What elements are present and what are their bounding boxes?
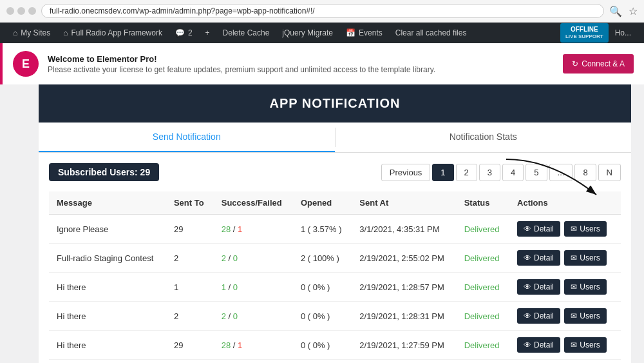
- browser-nav-icons: [6, 7, 36, 15]
- detail-button[interactable]: 👁 Detail: [517, 250, 560, 266]
- cell-actions: 👁 Detail ✉ Users: [509, 331, 621, 360]
- cell-success-failed: 2 / 0: [214, 302, 293, 331]
- cell-message: Test message: [49, 360, 166, 364]
- eye-icon: 👁: [524, 253, 531, 262]
- table-row: Ignore Please 29 28 / 1 1 ( 3.57% ) 3/1/…: [49, 215, 621, 244]
- cell-message: Full-radio Staging Contest: [49, 244, 166, 273]
- cell-opened: 0 ( 0% ): [293, 273, 352, 302]
- cell-message: Hi there: [49, 331, 166, 360]
- tab-send-notification[interactable]: Send Notification: [39, 123, 335, 152]
- cell-sent-at: 2/19/2021, 2:55:02 PM: [352, 244, 456, 273]
- col-status: Status: [457, 191, 509, 215]
- cell-success-failed: 1 / 0: [214, 273, 293, 302]
- pagination-page-4[interactable]: 4: [502, 164, 524, 181]
- admin-bar-delete-cache[interactable]: Delete Cache: [216, 23, 276, 43]
- col-sent-at: Sent At: [352, 191, 456, 215]
- admin-bar-my-sites[interactable]: ⌂ My Sites: [6, 23, 57, 43]
- table-row: Hi there 1 1 / 0 0 ( 0% ) 2/19/2021, 1:2…: [49, 273, 621, 302]
- eye-icon: 👁: [524, 311, 531, 320]
- eye-icon: 👁: [524, 224, 531, 233]
- users-button[interactable]: ✉ Users: [564, 250, 606, 266]
- offline-support-badge: OFFLINE LIVE SUPPORT: [560, 23, 609, 42]
- admin-bar-site-name[interactable]: ⌂ Full Radio App Framework: [57, 23, 169, 43]
- notifications-table-wrapper: Message Sent To Success/Failed Opened Se…: [49, 191, 621, 363]
- cell-status: Delivered: [457, 302, 509, 331]
- pagination-page-2[interactable]: 2: [456, 164, 477, 181]
- tab-notification-stats[interactable]: Notification Stats: [336, 123, 632, 152]
- cell-opened: 2 ( 100% ): [293, 244, 352, 273]
- users-button[interactable]: ✉ Users: [564, 337, 606, 353]
- elementor-description: Please activate your license to get feat…: [48, 65, 554, 74]
- users-button[interactable]: ✉ Users: [564, 308, 606, 324]
- mail-icon: ✉: [571, 253, 577, 262]
- notifications-table: Message Sent To Success/Failed Opened Se…: [49, 191, 621, 363]
- cell-sent-to: 2: [166, 302, 214, 331]
- cell-success-failed: 28 / 1: [214, 331, 293, 360]
- url-bar[interactable]: full-radio.onecmsdev.com/wp-admin/admin.…: [41, 4, 604, 18]
- col-message: Message: [49, 191, 166, 215]
- cell-success-failed: 28 / 1: [214, 215, 293, 244]
- col-success-failed: Success/Failed: [214, 191, 293, 215]
- admin-bar-events[interactable]: 📅 Events: [339, 23, 389, 43]
- admin-bar-clear-cache[interactable]: Clear all cached files: [389, 23, 473, 43]
- pagination-page-8[interactable]: 8: [574, 164, 596, 181]
- elementor-banner: E Welcome to Elementor Pro! Please activ…: [0, 43, 644, 84]
- cell-status: Delivered: [457, 331, 509, 360]
- elementor-title: Welcome to Elementor Pro!: [48, 54, 554, 64]
- admin-bar-jquery-migrate[interactable]: jQuery Migrate: [276, 23, 339, 43]
- cell-actions: 👁 Detail ✉ Users: [509, 273, 621, 302]
- cell-actions: 👁 Detail ✉ Users: [509, 244, 621, 273]
- eye-icon: 👁: [524, 282, 531, 291]
- cell-actions: 👁 Detail ✉ Users: [509, 215, 621, 244]
- pagination-page-3[interactable]: 3: [479, 164, 500, 181]
- admin-bar-comments[interactable]: 💬 2: [169, 23, 199, 43]
- detail-button[interactable]: 👁 Detail: [517, 279, 560, 295]
- eye-icon: 👁: [524, 340, 531, 349]
- users-button[interactable]: ✉ Users: [564, 279, 606, 295]
- table-header-row: Message Sent To Success/Failed Opened Se…: [49, 191, 621, 215]
- admin-bar-new[interactable]: +: [199, 23, 216, 43]
- nav-back[interactable]: [6, 7, 14, 15]
- subscribed-row: Subscribed Users: 29 Previous 1 2 3 4 5 …: [49, 163, 621, 181]
- browser-bar: full-radio.onecmsdev.com/wp-admin/admin.…: [0, 0, 644, 23]
- admin-bar-howdy[interactable]: Ho...: [609, 23, 638, 43]
- comments-icon: 💬: [175, 28, 185, 37]
- mail-icon: ✉: [571, 340, 577, 349]
- connect-activate-button[interactable]: ↻ Connect & A: [563, 54, 634, 74]
- cell-success-failed: 2 / 0: [214, 244, 293, 273]
- main-content: APP NOTIFICATION Send Notification Notif…: [0, 84, 644, 363]
- home-icon: ⌂: [13, 28, 17, 37]
- table-row: Hi there 2 2 / 0 0 ( 0% ) 2/19/2021, 1:2…: [49, 302, 621, 331]
- tabs-bar: Send Notification Notification Stats: [39, 123, 631, 153]
- cell-sent-at: 2/19/2021, 1:27:59 PM: [352, 331, 456, 360]
- connect-icon: ↻: [572, 59, 578, 68]
- detail-button[interactable]: 👁 Detail: [517, 308, 560, 324]
- nav-forward[interactable]: [17, 7, 25, 15]
- pagination-next[interactable]: N: [598, 164, 621, 181]
- cell-sent-to: 1: [166, 273, 214, 302]
- col-opened: Opened: [293, 191, 352, 215]
- cell-status: Delivered: [457, 273, 509, 302]
- detail-button[interactable]: 👁 Detail: [517, 221, 560, 237]
- cell-success-failed: 2 / 0: [214, 360, 293, 364]
- users-button[interactable]: ✉ Users: [564, 221, 606, 237]
- elementor-banner-text: Welcome to Elementor Pro! Please activat…: [48, 54, 554, 74]
- search-icon[interactable]: 🔍: [609, 5, 622, 17]
- events-icon: 📅: [346, 28, 355, 37]
- pagination-page-1[interactable]: 1: [432, 164, 453, 181]
- bookmark-icon[interactable]: ☆: [629, 5, 638, 17]
- pagination-ellipsis: ...: [549, 164, 573, 181]
- page-title: APP NOTIFICATION: [39, 84, 631, 123]
- nav-refresh[interactable]: [28, 7, 36, 15]
- subscribed-users-badge: Subscribed Users: 29: [49, 163, 159, 181]
- pagination: Previous 1 2 3 4 5 ... 8 N: [381, 164, 621, 181]
- browser-actions: 🔍 ☆: [609, 5, 638, 17]
- pagination-page-5[interactable]: 5: [526, 164, 547, 181]
- wp-admin-bar: ⌂ My Sites ⌂ Full Radio App Framework 💬 …: [0, 23, 644, 43]
- pagination-previous[interactable]: Previous: [381, 164, 431, 181]
- cell-message: Hi there: [49, 302, 166, 331]
- col-actions: Actions: [509, 191, 621, 215]
- detail-button[interactable]: 👁 Detail: [517, 337, 560, 353]
- cell-opened: 0 ( 0% ): [293, 302, 352, 331]
- cell-message: Hi there: [49, 273, 166, 302]
